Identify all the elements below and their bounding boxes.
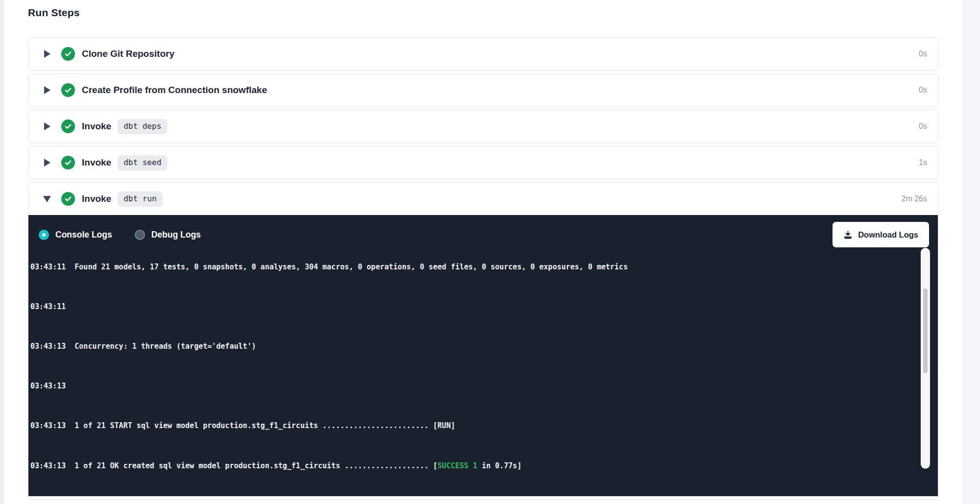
step-row[interactable]: Invoke dbt seed 1s bbox=[28, 146, 938, 179]
check-circle-icon bbox=[61, 192, 75, 206]
step-duration: 0s bbox=[919, 86, 927, 95]
check-circle-icon bbox=[61, 156, 75, 169]
chevron-right-icon[interactable] bbox=[43, 50, 51, 58]
console-log-viewport[interactable]: 03:43:11 Found 21 models, 17 tests, 0 sn… bbox=[28, 247, 938, 496]
step-label: Clone Git Repository bbox=[82, 48, 174, 59]
step-command-badge: dbt deps bbox=[118, 119, 167, 134]
log-message: Found 21 models, 17 tests, 0 snapshots, … bbox=[74, 263, 628, 271]
step-card-5: Invoke dbt run 2m 26s Console Logs Debug… bbox=[28, 182, 938, 500]
log-line: 03:43:13 1 of 21 START sql view model pr… bbox=[30, 421, 938, 431]
check-circle-icon bbox=[61, 83, 75, 97]
step-row[interactable]: Invoke dbt deps 0s bbox=[28, 110, 938, 143]
chevron-right-icon[interactable] bbox=[43, 122, 51, 130]
chevron-right-icon[interactable] bbox=[43, 86, 51, 94]
step-command-badge: dbt seed bbox=[118, 155, 167, 170]
step-duration: 2m 26s bbox=[902, 194, 927, 203]
log-timestamp: 03:43:13 bbox=[30, 382, 66, 390]
chevron-right-icon[interactable] bbox=[43, 159, 51, 167]
debug-logs-radio[interactable]: Debug Logs bbox=[135, 230, 201, 240]
download-logs-button[interactable]: Download Logs bbox=[833, 222, 929, 247]
step-card-1: Clone Git Repository 0s bbox=[28, 37, 938, 71]
step-card-3: Invoke dbt deps 0s bbox=[28, 110, 938, 143]
step-duration: 0s bbox=[919, 49, 927, 58]
radio-selected-icon[interactable] bbox=[39, 230, 49, 240]
radio-unselected-icon[interactable] bbox=[135, 230, 145, 240]
download-logs-label: Download Logs bbox=[858, 230, 918, 240]
log-timestamp: 03:43:13 bbox=[30, 421, 74, 430]
step-label: Invoke bbox=[82, 157, 111, 168]
log-message: Concurrency: 1 threads (target='default'… bbox=[74, 342, 256, 351]
run-steps-section: Run Steps Clone Git Repository 0s Create… bbox=[28, 0, 938, 503]
left-edge-strip bbox=[0, 0, 4, 504]
step-row[interactable]: Create Profile from Connection snowflake… bbox=[28, 74, 938, 106]
log-panel-toolbar: Console Logs Debug Logs Download Logs bbox=[28, 215, 938, 247]
log-timestamp: 03:43:11 bbox=[30, 302, 66, 311]
step-label: Create Profile from Connection snowflake bbox=[82, 85, 267, 96]
download-icon bbox=[843, 230, 853, 240]
log-line: 03:43:13 1 of 21 OK created sql view mod… bbox=[30, 461, 938, 471]
log-line: 03:43:11 Found 21 models, 17 tests, 0 sn… bbox=[30, 262, 938, 272]
step-duration: 0s bbox=[919, 122, 927, 131]
console-log-output: 03:43:11 Found 21 models, 17 tests, 0 sn… bbox=[30, 247, 938, 496]
log-message: 1 of 21 START sql view model production.… bbox=[74, 421, 455, 430]
console-logs-label[interactable]: Console Logs bbox=[55, 230, 112, 240]
step-card-2: Create Profile from Connection snowflake… bbox=[28, 73, 938, 107]
step-label: Invoke bbox=[82, 121, 111, 132]
log-timestamp: 03:43:13 bbox=[30, 461, 74, 470]
log-line: 03:43:13 bbox=[30, 381, 938, 391]
step-command-badge: dbt run bbox=[118, 192, 162, 207]
log-line: 03:43:13 Concurrency: 1 threads (target=… bbox=[30, 341, 938, 351]
step-card-4: Invoke dbt seed 1s bbox=[28, 146, 938, 179]
log-status-tail: in 0.77s] bbox=[477, 461, 521, 470]
log-message: 1 of 21 OK created sql view model produc… bbox=[74, 461, 438, 470]
log-timestamp: 03:43:13 bbox=[30, 342, 74, 351]
log-scrollbar-track[interactable] bbox=[921, 248, 930, 469]
check-circle-icon bbox=[61, 47, 75, 61]
right-edge-strip bbox=[963, 0, 980, 504]
step-row[interactable]: Clone Git Repository 0s bbox=[28, 38, 938, 70]
chevron-down-icon[interactable] bbox=[43, 196, 51, 202]
log-status-success: SUCCESS 1 bbox=[438, 461, 477, 470]
log-line: 03:43:11 bbox=[30, 302, 938, 312]
debug-logs-label[interactable]: Debug Logs bbox=[151, 230, 201, 240]
step-duration: 1s bbox=[919, 158, 927, 167]
step-label: Invoke bbox=[82, 193, 111, 204]
page-title: Run Steps bbox=[28, 7, 938, 19]
log-timestamp: 03:43:11 bbox=[30, 263, 74, 271]
log-panel: Console Logs Debug Logs Download Logs 03… bbox=[28, 215, 938, 496]
steps-list: Clone Git Repository 0s Create Profile f… bbox=[28, 37, 938, 500]
console-logs-radio[interactable]: Console Logs bbox=[39, 230, 112, 240]
log-scrollbar-thumb[interactable] bbox=[923, 288, 928, 373]
check-circle-icon bbox=[61, 120, 75, 133]
step-row[interactable]: Invoke dbt run 2m 26s bbox=[28, 183, 938, 215]
